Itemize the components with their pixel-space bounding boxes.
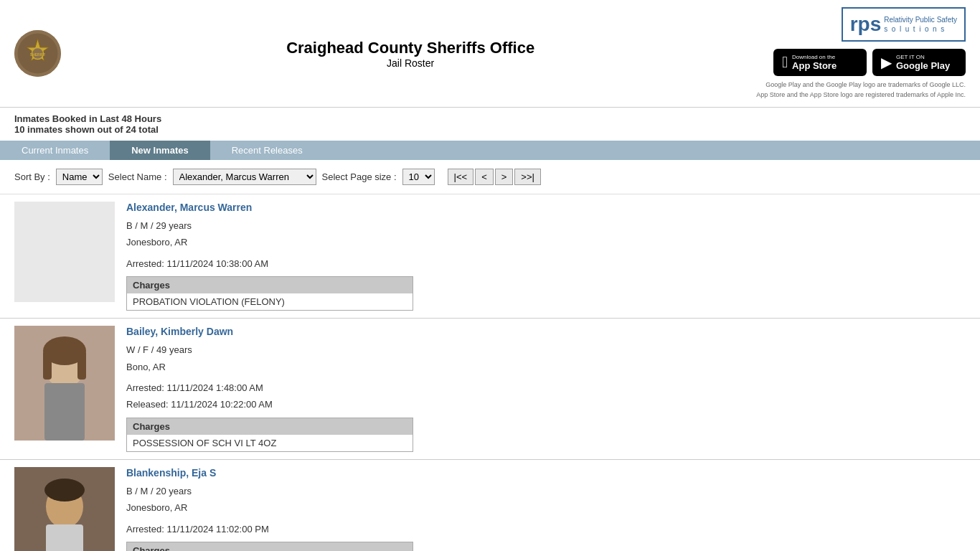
page-title: Craighead County Sheriffs Office bbox=[65, 39, 756, 57]
tabs-bar: Current Inmates New Inmates Recent Relea… bbox=[0, 141, 980, 160]
google-play-icon: ▶ bbox=[881, 54, 892, 71]
appstore-sub: Download on the bbox=[792, 54, 837, 60]
inmates-booked-line1: Inmates Booked in Last 48 Hours bbox=[14, 113, 966, 124]
charges-row: PROBATION VIOLATION (FELONY) bbox=[127, 293, 413, 310]
inmate-row: Bailey, Kimberly Dawn W / F / 49 years B… bbox=[0, 319, 980, 460]
inmate-photo-alexander bbox=[14, 202, 115, 302]
tab-current-inmates[interactable]: Current Inmates bbox=[0, 141, 110, 160]
inmate-photo-blankenship bbox=[14, 467, 115, 551]
inmate-details-blankenship: B / M / 20 years Jonesboro, AR bbox=[126, 483, 966, 517]
inmate-row: Blankenship, Eja S B / M / 20 years Jone… bbox=[0, 460, 980, 551]
svg-rect-10 bbox=[77, 351, 86, 380]
pagination-next[interactable]: > bbox=[495, 169, 514, 185]
pagesize-select[interactable]: 5 10 25 50 bbox=[402, 169, 435, 185]
tab-new-inmates[interactable]: New Inmates bbox=[110, 141, 209, 160]
charges-header: Charges bbox=[127, 418, 413, 435]
inmate-photo-bailey bbox=[14, 326, 115, 441]
rps-logo: rps Relativity Public Safety s o l u t i… bbox=[842, 7, 966, 42]
googleplay-main: Google Play bbox=[896, 60, 950, 71]
googleplay-badge[interactable]: ▶ GET IT ON Google Play bbox=[872, 49, 966, 76]
page-header: SHERIFF Craighead County Sheriffs Office… bbox=[0, 0, 980, 108]
charges-table-bailey: Charges POSSESSION OF SCH VI LT 4OZ bbox=[126, 418, 413, 452]
googleplay-sub: GET IT ON bbox=[896, 54, 950, 60]
charges-row: POSSESSION OF SCH VI LT 4OZ bbox=[127, 435, 413, 451]
sort-label: Sort By : bbox=[14, 171, 50, 182]
rps-tagline: Relativity Public Safety s o l u t i o n… bbox=[884, 15, 957, 34]
app-badges:  Download on the App Store ▶ GET IT ON … bbox=[773, 49, 966, 76]
sort-select[interactable]: Name Date Age bbox=[56, 169, 103, 185]
svg-text:SHERIFF: SHERIFF bbox=[30, 52, 45, 57]
apple-icon:  bbox=[782, 53, 788, 72]
logo-area: SHERIFF bbox=[14, 30, 65, 77]
charges-header: Charges bbox=[127, 277, 413, 293]
svg-rect-9 bbox=[43, 351, 52, 380]
svg-rect-7 bbox=[44, 383, 85, 441]
appstore-badge[interactable]:  Download on the App Store bbox=[773, 49, 867, 76]
header-right-area: rps Relativity Public Safety s o l u t i… bbox=[756, 7, 966, 100]
trademark-text: Google Play and the Google Play logo are… bbox=[756, 80, 966, 100]
charges-header: Charges bbox=[127, 542, 413, 551]
pagination-last[interactable]: >>| bbox=[514, 169, 541, 185]
inmate-name-blankenship[interactable]: Blankenship, Eja S bbox=[126, 467, 966, 479]
sheriff-logo: SHERIFF bbox=[14, 30, 61, 77]
inmate-info-blankenship: Blankenship, Eja S B / M / 20 years Jone… bbox=[126, 467, 966, 551]
inmate-list: Alexander, Marcus Warren B / M / 29 year… bbox=[0, 194, 980, 551]
appstore-main: App Store bbox=[792, 60, 837, 71]
rps-letters: rps bbox=[850, 13, 882, 36]
pagesize-label: Select Page size : bbox=[322, 171, 397, 182]
inmate-details-bailey: W / F / 49 years Bono, AR bbox=[126, 342, 966, 375]
inmate-info-alexander: Alexander, Marcus Warren B / M / 29 year… bbox=[126, 202, 966, 311]
inmate-name-bailey[interactable]: Bailey, Kimberly Dawn bbox=[126, 326, 966, 337]
subheader: Inmates Booked in Last 48 Hours 10 inmat… bbox=[0, 108, 980, 141]
name-select[interactable]: Alexander, Marcus Warren Bailey, Kimberl… bbox=[173, 169, 316, 185]
page-subtitle: Jail Roster bbox=[65, 57, 756, 69]
controls-bar: Sort By : Name Date Age Select Name : Al… bbox=[0, 160, 980, 194]
inmate-row: Alexander, Marcus Warren B / M / 29 year… bbox=[0, 194, 980, 319]
pagination: |<< < > >>| bbox=[448, 169, 541, 185]
pagination-first[interactable]: |<< bbox=[448, 169, 474, 185]
inmate-info-bailey: Bailey, Kimberly Dawn W / F / 49 years B… bbox=[126, 326, 966, 452]
inmate-arrested-blankenship: Arrested: 11/11/2024 11:02:00 PM bbox=[126, 521, 966, 537]
charges-table-alexander: Charges PROBATION VIOLATION (FELONY) bbox=[126, 276, 413, 311]
pagination-prev[interactable]: < bbox=[475, 169, 494, 185]
name-label: Select Name : bbox=[108, 171, 167, 182]
inmate-arrested-alexander: Arrested: 11/11/2024 10:38:00 AM bbox=[126, 255, 966, 272]
inmate-arrested-bailey: Arrested: 11/11/2024 1:48:00 AM Released… bbox=[126, 380, 966, 413]
inmates-booked-line2: 10 inmates shown out of 24 total bbox=[14, 124, 966, 135]
charges-table-blankenship: Charges PAROLE VIOLATION CONTRIBUTING TO… bbox=[126, 542, 413, 551]
inmate-name-alexander[interactable]: Alexander, Marcus Warren bbox=[126, 202, 966, 213]
svg-point-14 bbox=[44, 479, 85, 501]
inmate-details-alexander: B / M / 29 years Jonesboro, AR bbox=[126, 217, 966, 251]
svg-rect-13 bbox=[46, 524, 83, 551]
header-title-area: Craighead County Sheriffs Office Jail Ro… bbox=[65, 39, 756, 69]
tab-recent-releases[interactable]: Recent Releases bbox=[210, 141, 324, 160]
